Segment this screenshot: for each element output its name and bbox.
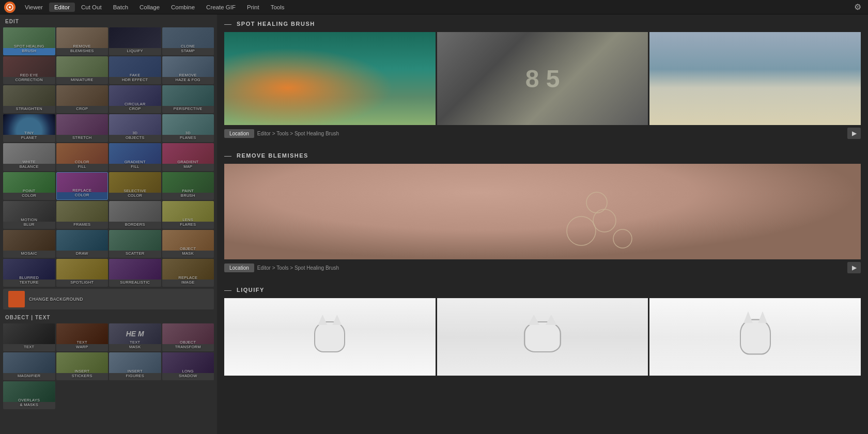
tool-3d-planes[interactable]: 3DPLANES bbox=[162, 114, 214, 142]
tool-long-shadow[interactable]: LONGSHADOW bbox=[162, 352, 214, 380]
tool-crop[interactable]: CROP bbox=[56, 85, 109, 113]
nav-collage[interactable]: Collage bbox=[134, 3, 165, 12]
tool-lens-flares[interactable]: LENSFLARES bbox=[162, 201, 214, 229]
object-tools-grid: TEXT TEXTWARP HE M TEXTMASK OBJECTTRANSF… bbox=[0, 322, 217, 410]
tool-overlays-masks[interactable]: OVERLAYS& MASKS bbox=[3, 381, 55, 409]
tool-fake-hdr[interactable]: FAKEHDR EFFECT bbox=[109, 56, 161, 84]
nav-batch[interactable]: Batch bbox=[108, 3, 133, 12]
tool-text-warp[interactable]: TEXTWARP bbox=[56, 323, 109, 351]
tool-selective-color[interactable]: SELECTIVECOLOR bbox=[109, 172, 161, 200]
tool-frames[interactable]: FRAMES bbox=[56, 201, 109, 229]
feature-spot-healing-images: 8 5 bbox=[224, 32, 861, 125]
tool-change-background[interactable]: CHANGE BACKGROUND bbox=[3, 289, 214, 309]
nav-cutout[interactable]: Cut Out bbox=[76, 3, 107, 12]
feature-liquify-header: — LIQUIFY bbox=[224, 286, 861, 294]
tool-scatter[interactable]: SCATTER bbox=[109, 230, 161, 258]
svg-point-3 bbox=[593, 209, 616, 232]
tool-miniature[interactable]: MINIATURE bbox=[56, 56, 109, 84]
remove-blemishes-image bbox=[224, 164, 861, 259]
tool-draw[interactable]: DRAW bbox=[56, 230, 109, 258]
feature-remove-blemishes: — REMOVE BLEMISHES bbox=[224, 151, 861, 273]
tool-3d-objects[interactable]: 3DOBJECTS bbox=[109, 114, 161, 142]
tool-perspective[interactable]: PERSPECTIVE bbox=[162, 85, 214, 113]
tool-clone-stamp[interactable]: CLONESTAMP bbox=[162, 27, 214, 55]
spot-healing-image-2: 8 5 bbox=[437, 32, 648, 125]
liquify-image-3 bbox=[649, 298, 861, 376]
tool-liquify[interactable]: LIQUIFY bbox=[109, 27, 161, 55]
feature-liquify-images bbox=[224, 298, 861, 376]
tool-circular-crop[interactable]: CIRCULARCROP bbox=[109, 85, 161, 113]
tool-spot-healing[interactable]: SPOT HEALINGBRUSH bbox=[3, 27, 55, 55]
feature-remove-blemishes-footer: Location Editor > Tools > Spot Healing B… bbox=[224, 262, 861, 273]
tool-gradient-fill[interactable]: GRADIENTFILL bbox=[109, 143, 161, 171]
play-button-1[interactable]: ▶ bbox=[847, 128, 861, 139]
nav-creategif[interactable]: Create GIF bbox=[201, 3, 241, 12]
tool-gradient-map[interactable]: GRADIENTMAP bbox=[162, 143, 214, 171]
tool-white-balance[interactable]: WHITEBALANCE bbox=[3, 143, 55, 171]
nav-combine[interactable]: Combine bbox=[166, 3, 200, 12]
tool-insert-figures[interactable]: INSERTFIGURES bbox=[109, 352, 161, 380]
tool-surrealistic[interactable]: SURREALISTIC bbox=[109, 259, 161, 287]
tool-remove-haze[interactable]: REMOVEHAZE & FOG bbox=[162, 56, 214, 84]
feature-remove-blemishes-images bbox=[224, 164, 861, 259]
breadcrumb-1: Editor > Tools > Spot Healing Brush bbox=[257, 131, 339, 136]
tool-text-mask[interactable]: HE M TEXTMASK bbox=[109, 323, 161, 351]
tool-color-fill[interactable]: COLORFILL bbox=[56, 143, 109, 171]
location-button-2[interactable]: Location bbox=[224, 264, 254, 272]
feature-liquify: — LIQUIFY bbox=[224, 286, 861, 376]
breadcrumb-2: Editor > Tools > Spot Healing Brush bbox=[257, 265, 339, 271]
tool-object-transform[interactable]: OBJECTTRANSFORM bbox=[162, 323, 214, 351]
nav-viewer[interactable]: Viewer bbox=[20, 3, 48, 12]
feature-spot-healing-header: — SPOT HEALING BRUSH bbox=[224, 20, 861, 28]
tool-insert-stickers[interactable]: INSERTSTICKERS bbox=[56, 352, 109, 380]
right-panel: — SPOT HEALING BRUSH 8 5 Location Editor… bbox=[217, 14, 868, 434]
nav-print[interactable]: Print bbox=[242, 3, 265, 12]
tool-mosaic[interactable]: MOSAIC bbox=[3, 230, 55, 258]
tool-remove-blemishes[interactable]: REMOVEBLEMISHES bbox=[56, 27, 109, 55]
tool-paint-brush[interactable]: PAINTBRUSH bbox=[162, 172, 214, 200]
svg-point-5 bbox=[613, 229, 632, 248]
nav-tools[interactable]: Tools bbox=[266, 3, 290, 12]
feature-spot-healing-footer: Location Editor > Tools > Spot Healing B… bbox=[224, 128, 861, 139]
feature-remove-blemishes-header: — REMOVE BLEMISHES bbox=[224, 151, 861, 160]
tool-blurred-texture[interactable]: BLURREDTEXTURE bbox=[3, 259, 55, 287]
tool-straighten[interactable]: STRAIGHTEN bbox=[3, 85, 55, 113]
svg-point-4 bbox=[586, 192, 607, 213]
settings-icon[interactable]: ⚙ bbox=[851, 1, 864, 13]
top-navigation: Viewer Editor Cut Out Batch Collage Comb… bbox=[0, 0, 868, 14]
app-logo bbox=[4, 2, 16, 13]
liquify-image-1 bbox=[224, 298, 436, 376]
svg-point-2 bbox=[567, 216, 596, 245]
spot-healing-image-3 bbox=[649, 32, 861, 125]
tool-replace-image[interactable]: REPLACEIMAGE bbox=[162, 259, 214, 287]
play-button-2[interactable]: ▶ bbox=[847, 262, 861, 273]
tool-tiny-planet[interactable]: TINYPLANET bbox=[3, 114, 55, 142]
nav-editor[interactable]: Editor bbox=[49, 3, 75, 12]
tool-text[interactable]: TEXT bbox=[3, 323, 55, 351]
tool-replace-color[interactable]: REPLACECOLOR bbox=[56, 172, 109, 200]
left-panel: EDIT SPOT HEALINGBRUSH REMOVEBLEMISHES L… bbox=[0, 14, 217, 434]
svg-point-1 bbox=[9, 6, 11, 8]
object-text-section-label: OBJECT | TEXT bbox=[0, 311, 217, 322]
tool-stretch[interactable]: STRETCH bbox=[56, 114, 109, 142]
liquify-image-2 bbox=[437, 298, 648, 376]
tool-magnifier[interactable]: MAGNIFIER bbox=[3, 352, 55, 380]
tool-borders[interactable]: BORDERS bbox=[109, 201, 161, 229]
tool-red-eye[interactable]: RED EYECORRECTION bbox=[3, 56, 55, 84]
main-layout: EDIT SPOT HEALINGBRUSH REMOVEBLEMISHES L… bbox=[0, 14, 868, 434]
tool-motion-blur[interactable]: MOTIONBLUR bbox=[3, 201, 55, 229]
tool-object-mask[interactable]: OBJECTMASK bbox=[162, 230, 214, 258]
location-button-1[interactable]: Location bbox=[224, 129, 254, 138]
tool-spotlight[interactable]: SPOTLIGHT bbox=[56, 259, 109, 287]
spot-healing-image-1 bbox=[224, 32, 436, 125]
tool-point-color[interactable]: POINTCOLOR bbox=[3, 172, 55, 200]
feature-spot-healing: — SPOT HEALING BRUSH 8 5 Location Editor… bbox=[224, 20, 861, 139]
edit-section-label: EDIT bbox=[0, 14, 217, 26]
edit-tools-grid: SPOT HEALINGBRUSH REMOVEBLEMISHES LIQUIF… bbox=[0, 26, 217, 288]
